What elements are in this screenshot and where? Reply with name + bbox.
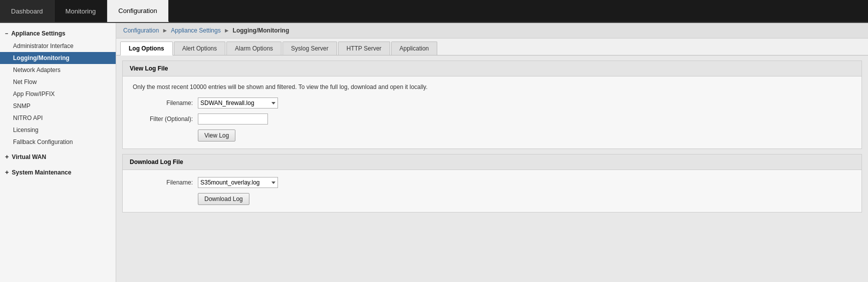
breadcrumb-sep-2: ► <box>224 27 230 34</box>
sidebar-section-appliance-label: Appliance Settings <box>11 30 65 37</box>
view-log-button[interactable]: View Log <box>198 130 235 142</box>
view-log-filename-label: Filename: <box>133 100 198 106</box>
view-log-file-panel: View Log File Only the most recent 10000… <box>122 60 862 149</box>
sidebar-item-fallback-config[interactable]: Fallback Configuration <box>0 136 116 148</box>
tab-alarm-options[interactable]: Alarm Options <box>226 42 281 55</box>
breadcrumb-sep-1: ► <box>162 27 168 34</box>
view-log-file-body: Only the most recent 10000 entries will … <box>123 76 861 148</box>
breadcrumb: Configuration ► Appliance Settings ► Log… <box>116 23 868 38</box>
tab-application[interactable]: Application <box>391 42 438 55</box>
plus-icon-virtual-wan: + <box>5 153 9 160</box>
sidebar-section-system-maintenance-label: System Maintenance <box>12 169 72 176</box>
nav-monitoring[interactable]: Monitoring <box>55 0 108 22</box>
sidebar-item-network-adapters[interactable]: Network Adapters <box>0 64 116 76</box>
breadcrumb-appliance-settings[interactable]: Appliance Settings <box>171 27 220 34</box>
view-log-info-text: Only the most recent 10000 entries will … <box>133 84 851 90</box>
download-log-filename-label: Filename: <box>133 179 198 186</box>
tab-log-options[interactable]: Log Options <box>120 42 173 56</box>
tab-syslog-server[interactable]: Syslog Server <box>282 42 337 55</box>
download-log-file-header: Download Log File <box>123 154 861 170</box>
panel-container: View Log File Only the most recent 10000… <box>116 56 868 222</box>
sidebar-section-system-maintenance[interactable]: + System Maintenance <box>0 166 116 179</box>
sidebar-section-virtual-wan[interactable]: + Virtual WAN <box>0 150 116 164</box>
nav-configuration[interactable]: Configuration <box>107 0 168 22</box>
sidebar-item-net-flow[interactable]: Net Flow <box>0 76 116 88</box>
download-log-btn-row: Download Log <box>133 193 851 205</box>
view-log-filter-row: Filter (Optional): <box>133 114 851 124</box>
tab-http-server[interactable]: HTTP Server <box>338 42 390 55</box>
sidebar-item-admin-interface[interactable]: Administrator Interface <box>0 40 116 52</box>
view-log-filter-label: Filter (Optional): <box>133 116 198 122</box>
sidebar-item-licensing[interactable]: Licensing <box>0 124 116 136</box>
view-log-file-header: View Log File <box>123 61 861 76</box>
plus-icon-system-maintenance: + <box>5 168 9 176</box>
content-area: Configuration ► Appliance Settings ► Log… <box>116 23 868 282</box>
main-layout: − Appliance Settings Administrator Inter… <box>0 23 868 282</box>
view-log-filename-row: Filename: SDWAN_firewall.log SDWAN_syste… <box>133 98 851 108</box>
sidebar-item-logging-monitoring[interactable]: Logging/Monitoring <box>0 52 116 64</box>
download-log-file-panel: Download Log File Filename: S35mount_ove… <box>122 154 862 212</box>
sidebar-item-app-flow-ipfix[interactable]: App Flow/IPFIX <box>0 88 116 100</box>
view-log-filename-select[interactable]: SDWAN_firewall.log SDWAN_system.log SDWA… <box>198 98 278 108</box>
sidebar-item-nitro-api[interactable]: NITRO API <box>0 112 116 124</box>
collapse-icon: − <box>5 30 8 36</box>
sidebar: − Appliance Settings Administrator Inter… <box>0 23 116 282</box>
download-log-filename-select[interactable]: S35mount_overlay.log SDWAN_firewall.log … <box>198 177 278 188</box>
sidebar-section-virtual-wan-label: Virtual WAN <box>12 154 46 160</box>
top-nav: Dashboard Monitoring Configuration <box>0 0 868 23</box>
download-log-filename-row: Filename: S35mount_overlay.log SDWAN_fir… <box>133 177 851 188</box>
tab-alert-options[interactable]: Alert Options <box>174 42 225 55</box>
download-log-button[interactable]: Download Log <box>198 193 249 205</box>
sidebar-section-appliance[interactable]: − Appliance Settings <box>0 27 116 40</box>
sidebar-item-snmp[interactable]: SNMP <box>0 100 116 112</box>
tab-bar: Log Options Alert Options Alarm Options … <box>116 38 868 56</box>
nav-dashboard[interactable]: Dashboard <box>0 0 55 22</box>
view-log-filter-input[interactable] <box>198 114 268 124</box>
download-log-file-body: Filename: S35mount_overlay.log SDWAN_fir… <box>123 170 861 212</box>
breadcrumb-configuration[interactable]: Configuration <box>123 27 159 34</box>
view-log-btn-row: View Log <box>133 130 851 142</box>
breadcrumb-current: Logging/Monitoring <box>233 27 290 34</box>
